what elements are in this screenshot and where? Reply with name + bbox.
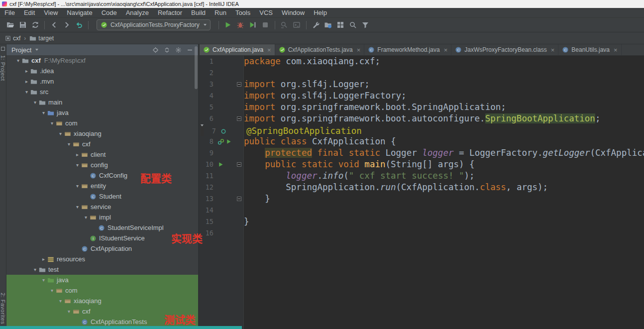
open-button[interactable] [4, 19, 16, 31]
code-line-1[interactable]: 1package com.xiaoqiang.cxf; [200, 56, 644, 67]
tree-open-arrow-icon[interactable]: ▾ [48, 120, 56, 126]
bean-single-icon[interactable] [220, 128, 227, 135]
tree-item-java[interactable]: ▾java [6, 275, 198, 285]
tree-open-arrow-icon[interactable]: ▾ [57, 131, 64, 136]
tree-item-com[interactable]: ▾com [6, 285, 198, 296]
tree-item-xiaoqiang[interactable]: ▾xiaoqiang [6, 128, 198, 139]
menu-refactor[interactable]: Refactor [153, 9, 187, 16]
gear-icon[interactable] [175, 47, 182, 53]
menu-run[interactable]: Run [210, 9, 231, 16]
tree-open-arrow-icon[interactable]: ▾ [57, 298, 64, 304]
menu-code[interactable]: Code [97, 9, 121, 16]
tree-closed-arrow-icon[interactable]: ▸ [40, 256, 47, 262]
back-button[interactable] [48, 19, 60, 31]
tree-item-client[interactable]: ▸client [6, 149, 198, 160]
breadcrumb-target[interactable]: target [29, 35, 54, 42]
tree-closed-arrow-icon[interactable]: ▸ [23, 68, 30, 74]
debug-button[interactable] [234, 19, 247, 31]
code-line-7[interactable]: 7@SpringBootApplication [201, 124, 204, 136]
tree-open-arrow-icon[interactable]: ▾ [31, 267, 39, 272]
tree-item-idea[interactable]: ▸.idea [6, 66, 198, 76]
hide-icon[interactable] [187, 47, 193, 53]
code-line-9[interactable]: 9 protected final static Logger logger =… [200, 147, 644, 159]
tree-open-arrow-icon[interactable]: ▾ [74, 204, 81, 210]
code-line-10[interactable]: 10 public static void main(String[] args… [200, 159, 644, 170]
filter-button[interactable] [359, 19, 372, 31]
tree-open-arrow-icon[interactable]: ▾ [48, 288, 56, 293]
menu-view[interactable]: View [39, 9, 62, 16]
code-line-8[interactable]: 8public class CxfApplication { [200, 136, 644, 147]
tree-open-arrow-icon[interactable]: ▾ [40, 277, 47, 283]
coverage-button[interactable] [247, 19, 259, 31]
fold-icon[interactable] [237, 82, 241, 87]
code-line-3[interactable]: 3import org.slf4j.Logger; [200, 79, 644, 90]
undo-button[interactable] [73, 19, 85, 31]
tree-item-com[interactable]: ▾com [6, 118, 198, 128]
menu-build[interactable]: Build [187, 9, 210, 16]
editor-tab-jaxwsproxyfactorybean-class[interactable]: CJaxWsProxyFactoryBean.class× [451, 44, 558, 55]
run-button[interactable] [222, 19, 234, 31]
tool-window-tab-favorites[interactable]: 2: Favorites [0, 293, 6, 324]
tree-item-config[interactable]: ▾config [6, 160, 198, 170]
menu-help[interactable]: Help [309, 9, 331, 16]
tree-item-mvn[interactable]: ▸.mvn [6, 76, 198, 87]
tree-item-xiaoqiang[interactable]: ▾xiaoqiang [6, 296, 198, 306]
fold-icon[interactable] [237, 197, 241, 201]
tree-open-arrow-icon[interactable]: ▾ [65, 141, 73, 147]
menu-window[interactable]: Window [277, 9, 309, 16]
editor-tab-beanutils-java[interactable]: CBeanUtils.java× [558, 44, 621, 55]
code-line-15[interactable]: 15} [200, 216, 644, 227]
settings-button[interactable] [310, 19, 322, 31]
menu-navigate[interactable]: Navigate [62, 9, 97, 16]
code-line-2[interactable]: 2 [200, 67, 644, 79]
search-button[interactable] [347, 19, 359, 31]
fold-icon[interactable] [237, 116, 241, 121]
console-button[interactable] [291, 19, 303, 31]
tree-item-src[interactable]: ▾src [6, 87, 198, 97]
run-small-icon[interactable] [225, 138, 232, 145]
code-line-6[interactable]: 6import org.springframework.boot.autocon… [200, 113, 644, 124]
tree-item-cxf[interactable]: ▾cxf [6, 139, 198, 149]
tree-item-test[interactable]: ▾test [6, 264, 198, 275]
fold-icon[interactable] [237, 162, 241, 167]
stop-button[interactable] [259, 19, 272, 31]
run-small-icon[interactable] [217, 161, 224, 168]
locate-icon[interactable] [152, 47, 159, 53]
tree-closed-arrow-icon[interactable]: ▸ [23, 79, 30, 84]
tree-item-java[interactable]: ▾java [6, 108, 198, 118]
collapse-icon[interactable] [164, 47, 170, 53]
close-icon[interactable]: × [614, 46, 618, 54]
menu-tools[interactable]: Tools [231, 9, 255, 16]
code-line-4[interactable]: 4import org.slf4j.LoggerFactory; [200, 90, 644, 102]
project-view-selector[interactable]: Project [11, 46, 31, 54]
tree-item-impl[interactable]: ▾impl [6, 212, 198, 222]
layout-button[interactable] [334, 19, 347, 31]
project-scrollbar[interactable] [195, 46, 198, 89]
tool-window-switcher-icon[interactable] [1, 47, 5, 51]
beans-icon[interactable] [217, 138, 224, 145]
search-results-button[interactable] [278, 19, 291, 31]
close-icon[interactable]: × [267, 46, 271, 54]
horizontal-scrollbar[interactable] [0, 326, 242, 329]
tree-item-main[interactable]: ▾main [6, 97, 198, 108]
tree-item-cxf[interactable]: ▾cxf F:\MyResp\cxf [6, 55, 198, 66]
tree-open-arrow-icon[interactable]: ▾ [65, 309, 73, 314]
code-line-12[interactable]: 12 SpringApplication.run(CxfApplication.… [200, 182, 644, 193]
tree-open-arrow-icon[interactable]: ▾ [74, 183, 81, 189]
close-icon[interactable]: × [357, 46, 361, 54]
menu-edit[interactable]: Edit [19, 9, 39, 16]
tree-open-arrow-icon[interactable]: ▾ [31, 100, 39, 105]
editor[interactable]: 1package com.xiaoqiang.cxf;23import org.… [200, 56, 644, 329]
tree-item-service[interactable]: ▾service [6, 202, 198, 212]
code-line-16[interactable]: 16 [200, 227, 644, 239]
sync-button[interactable] [29, 19, 41, 31]
run-configuration-select[interactable]: CxfApplicationTests.ProxyFactory [97, 19, 211, 30]
menu-vcs[interactable]: VCS [255, 9, 277, 16]
breadcrumb-cxf[interactable]: cxf [5, 35, 20, 42]
tool-window-tab-project[interactable]: 1: Project [0, 55, 6, 81]
save-button[interactable] [16, 19, 29, 31]
editor-tab-frameworkmethod-java[interactable]: CFrameworkMethod.java× [364, 44, 451, 55]
tree-item-resources[interactable]: ▸resources [6, 254, 198, 264]
tree-item-student[interactable]: CStudent [6, 191, 198, 202]
code-line-5[interactable]: 5import org.springframework.boot.SpringA… [200, 102, 644, 113]
